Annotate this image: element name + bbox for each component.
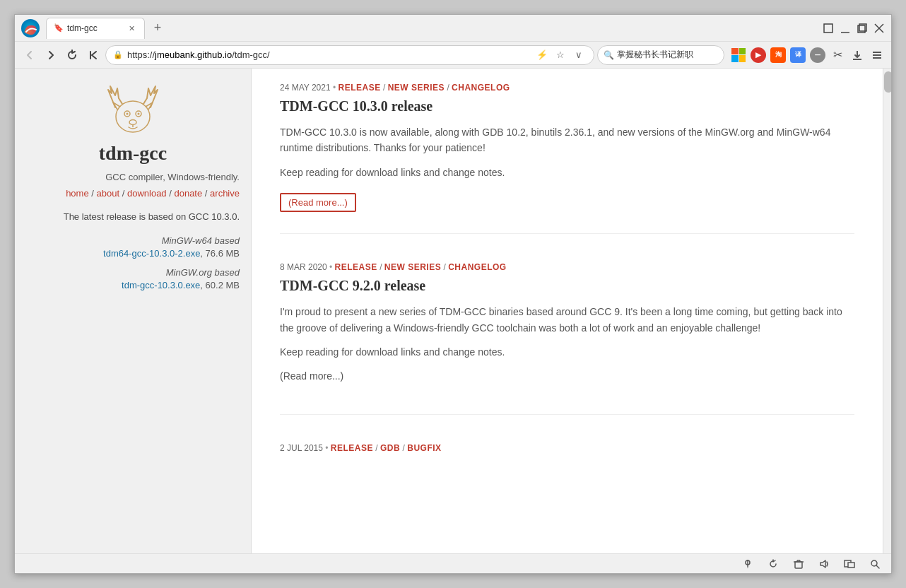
menu-icon[interactable]: [869, 47, 886, 64]
url-domain: jmeubank.github.io: [155, 49, 232, 60]
mingw64-label: MinGW-w64 based: [26, 235, 240, 246]
sidebar-item-about[interactable]: about: [97, 188, 120, 199]
svg-line-32: [876, 565, 879, 568]
block-icon[interactable]: −: [809, 47, 826, 64]
post-1-body2: Keep reading for download links and chan…: [280, 165, 854, 180]
svg-point-18: [129, 120, 136, 125]
translate-icon[interactable]: 译: [789, 47, 806, 64]
tab-close-button[interactable]: ✕: [126, 23, 137, 34]
svg-rect-30: [848, 563, 854, 568]
lightning-icon[interactable]: ⚡: [534, 47, 550, 63]
url-path: /tdm-gcc/: [232, 49, 269, 60]
refresh-status-icon[interactable]: [765, 556, 781, 572]
close-button[interactable]: [873, 22, 886, 35]
svg-rect-1: [824, 24, 833, 33]
url-text: https://jmeubank.github.io/tdm-gcc/: [127, 49, 530, 60]
post-2-tag-changelog[interactable]: CHANGELOG: [448, 262, 507, 272]
mingworg-download-link[interactable]: tdm-gcc-10.3.0.exe: [122, 280, 200, 290]
post-2: 8 MAR 2020 • RELEASE / NEW SERIES / CHAN…: [280, 262, 854, 415]
back-button[interactable]: [20, 46, 39, 64]
post-2-date: 8 MAR 2020: [280, 262, 327, 272]
address-actions: ⚡ ☆ ∨: [534, 47, 587, 63]
scissors-icon[interactable]: ✂: [829, 47, 846, 64]
mingworg-download-row: MinGW.org based tdm-gcc-10.3.0.exe, 60.2…: [26, 267, 240, 290]
post-1: 24 MAY 2021 • RELEASE / NEW SERIES / CHA…: [280, 83, 854, 234]
dropdown-icon[interactable]: ∨: [571, 47, 587, 63]
download-section: MinGW-w64 based tdm64-gcc-10.3.0-2.exe, …: [26, 235, 240, 299]
sidebar-nav-links: home / about / download / donate / archi…: [26, 188, 240, 199]
post-2-tag-new-series[interactable]: NEW SERIES: [384, 262, 441, 272]
browser-logo-icon: [20, 18, 40, 38]
post-3-meta: 2 JUL 2015 • RELEASE / GDB / BUGFIX: [280, 443, 854, 453]
post-1-sep-1: /: [383, 83, 388, 93]
scrollbar-thumb[interactable]: [884, 71, 891, 93]
tab-favicon-icon: 🔖: [54, 23, 64, 33]
window-controls: [822, 22, 886, 35]
search-bar-icon: 🔍: [604, 50, 614, 60]
sidebar-item-home[interactable]: home: [66, 188, 89, 199]
svg-marker-28: [820, 560, 825, 568]
post-1-read-more[interactable]: (Read more...): [280, 193, 356, 212]
refresh-button[interactable]: [63, 46, 81, 64]
nav-bar: 🔒 https://jmeubank.github.io/tdm-gcc/ ⚡ …: [15, 42, 891, 69]
post-2-title: TDM-GCC 9.2.0 release: [280, 278, 854, 294]
post-3-tag-bugfix[interactable]: BUGFIX: [407, 443, 441, 453]
post-3-tag-gdb[interactable]: GDB: [380, 443, 400, 453]
trash-status-icon[interactable]: [791, 556, 806, 572]
post-3-date: 2 JUL 2015: [280, 443, 323, 453]
star-icon[interactable]: ☆: [553, 47, 568, 63]
post-2-sep-1: /: [380, 262, 384, 272]
post-2-read-more: (Read more...): [280, 368, 854, 384]
mingworg-link-row: tdm-gcc-10.3.0.exe, 60.2 MB: [26, 279, 240, 290]
search-bar[interactable]: 🔍 掌握秘书长书记新职: [597, 45, 724, 65]
microsoft-icon[interactable]: [730, 47, 747, 64]
sidebar-item-donate[interactable]: donate: [174, 188, 202, 199]
scrollbar[interactable]: [883, 69, 891, 553]
main-content: 24 MAY 2021 • RELEASE / NEW SERIES / CHA…: [252, 69, 883, 553]
restore-icon[interactable]: [822, 22, 835, 35]
active-tab[interactable]: 🔖 tdm-gcc ✕: [46, 18, 145, 39]
download-icon[interactable]: [849, 47, 866, 64]
post-3: 2 JUL 2015 • RELEASE / GDB / BUGFIX: [280, 443, 854, 480]
maximize-button[interactable]: [856, 22, 869, 35]
minimize-button[interactable]: [839, 22, 852, 35]
post-1-title: TDM-GCC 10.3.0 release: [280, 98, 854, 114]
volume-status-icon[interactable]: [816, 556, 832, 572]
svg-point-17: [138, 113, 140, 115]
forward-button[interactable]: [42, 46, 60, 64]
post-2-read-more-link[interactable]: (Read more...): [280, 370, 343, 382]
tab-title: tdm-gcc: [67, 23, 123, 33]
post-1-tag-release[interactable]: RELEASE: [339, 83, 381, 93]
svg-point-15: [127, 113, 129, 115]
status-bar: [15, 553, 891, 573]
address-bar[interactable]: 🔒 https://jmeubank.github.io/tdm-gcc/ ⚡ …: [105, 45, 594, 65]
back-history-button[interactable]: [84, 46, 102, 64]
search-bar-text: 掌握秘书长书记新职: [617, 49, 693, 61]
post-3-tag-release[interactable]: RELEASE: [331, 443, 373, 453]
post-1-bullet: •: [333, 83, 336, 93]
latest-release-label: The latest release is based on GCC 10.3.…: [64, 211, 240, 222]
latest-release-text: The latest release is based on GCC 10.3.…: [26, 210, 240, 224]
mingw64-link-row: tdm64-gcc-10.3.0-2.exe, 76.6 MB: [26, 247, 240, 259]
post-1-tag-changelog[interactable]: CHANGELOG: [452, 83, 510, 93]
svg-rect-23: [795, 562, 802, 568]
mingw64-download-link[interactable]: tdm64-gcc-10.3.0-2.exe: [103, 248, 200, 259]
svg-point-13: [116, 101, 150, 132]
mingworg-label: MinGW.org based: [26, 267, 240, 278]
post-1-tag-new-series[interactable]: NEW SERIES: [388, 83, 445, 93]
sidebar-item-download[interactable]: download: [127, 188, 167, 199]
mingworg-size: , 60.2 MB: [200, 280, 240, 290]
search-status-icon[interactable]: [867, 556, 883, 572]
window-status-icon[interactable]: [842, 556, 857, 572]
sidebar: tdm-gcc GCC compiler, Windows-friendly. …: [15, 69, 252, 553]
post-3-bullet: •: [325, 443, 328, 453]
pin-status-icon[interactable]: [740, 556, 755, 572]
post-2-tag-release[interactable]: RELEASE: [335, 262, 377, 272]
taobao-icon[interactable]: 淘: [770, 47, 787, 64]
game-icon[interactable]: ▶: [750, 47, 767, 64]
post-1-date: 24 MAY 2021: [280, 83, 331, 93]
sidebar-item-archive[interactable]: archive: [210, 188, 240, 199]
new-tab-button[interactable]: +: [148, 18, 167, 38]
nav-sep-4: /: [205, 188, 210, 199]
mingw64-size: , 76.6 MB: [200, 248, 240, 259]
